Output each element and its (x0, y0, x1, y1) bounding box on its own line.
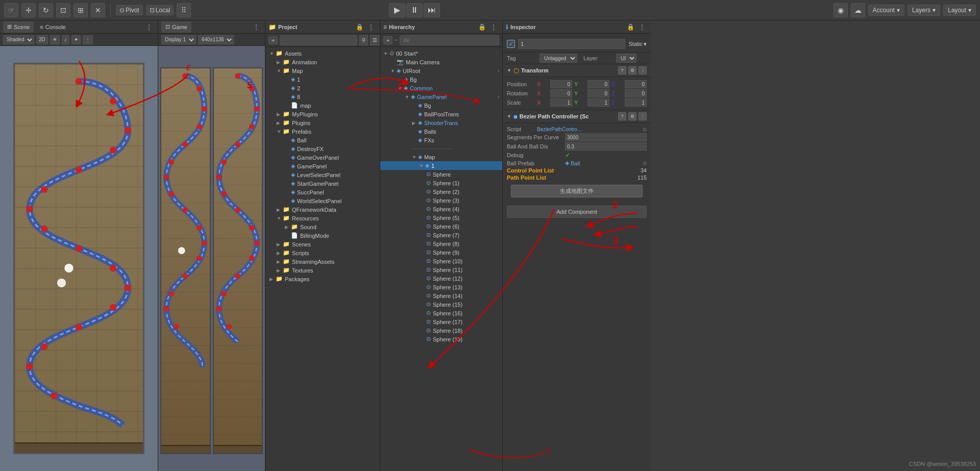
tree-item-resources[interactable]: ▼ 📁 Resources (265, 214, 380, 222)
h-item-sphere1[interactable]: ⊙ Sphere (1) (380, 179, 502, 187)
hierarchy-kebab[interactable]: ⋮ (488, 23, 499, 31)
tree-item-ball[interactable]: ◈ Ball (265, 136, 380, 144)
audio-btn[interactable]: ♪ (62, 35, 69, 44)
project-search-input[interactable] (280, 35, 357, 45)
bezier-component-header[interactable]: ▼ ■ Bezier Path Controller (Sc ? ⚙ ⋮ (503, 110, 651, 123)
tree-item-map2[interactable]: ◈ 2 (265, 84, 380, 92)
lighting-btn[interactable]: ☀ (50, 35, 60, 44)
display-dropdown[interactable]: Display 1 (161, 35, 196, 44)
inspector-kebab[interactable]: ⋮ (636, 23, 648, 31)
bezier-help-btn[interactable]: ? (618, 112, 626, 120)
custom-tool-btn[interactable]: ✕ (91, 3, 105, 17)
bezier-settings-btn[interactable]: ⚙ (628, 112, 636, 120)
h-item-sphere7[interactable]: ⊙ Sphere (7) (380, 231, 502, 239)
bezier-balldis-input[interactable] (565, 142, 647, 151)
project-search-icon-btn[interactable]: ⚲ (359, 35, 368, 45)
transform-settings-btn[interactable]: ⚙ (628, 66, 636, 75)
transform-tool-btn[interactable]: ⊞ (74, 3, 88, 17)
rot-x-input[interactable] (550, 89, 572, 97)
scene-extra-btn[interactable]: ⋮ (83, 35, 93, 44)
hierarchy-search-input[interactable] (400, 35, 499, 45)
resolution-dropdown[interactable]: 640x1136 (198, 35, 234, 44)
game-panel-kebab[interactable]: ⋮ (251, 23, 262, 31)
h-item-sphere2[interactable]: ⊙ Sphere (2) (380, 187, 502, 196)
tree-item-mapfile[interactable]: 📄 map (265, 101, 380, 110)
tree-item-animation[interactable]: ▶ 📁 Animation (265, 58, 380, 66)
bezier-ballprefab-value[interactable]: ◈ Ball (565, 160, 580, 166)
rotate-tool-btn[interactable]: ↻ (39, 3, 53, 17)
h-item-sphere8[interactable]: ⊙ Sphere (8) (380, 239, 502, 248)
project-filter-btn[interactable]: ☰ (370, 35, 380, 45)
h-item-sphere14[interactable]: ⊙ Sphere (14) (380, 291, 502, 300)
tag-select[interactable]: Untagged (540, 54, 577, 63)
h-item-shootertrans[interactable]: ▶ ◈ ShooterTrans (380, 118, 502, 127)
tree-item-gameoverpanel[interactable]: ◈ GameOverPanel (265, 153, 380, 162)
pos-z-input[interactable] (625, 80, 647, 88)
h-item-bg2[interactable]: ◈ Bg (380, 101, 502, 110)
tree-item-myplugins[interactable]: ▶ 📁 MyPlugins (265, 110, 380, 118)
play-btn[interactable]: ▶ (389, 3, 405, 17)
project-add-btn[interactable]: + (268, 36, 278, 44)
grid-btn[interactable]: ⠿ (177, 3, 191, 17)
h-item-sphere[interactable]: ⊙ Sphere (380, 170, 502, 179)
transform-component-header[interactable]: ▼ ⬡ Transform ? ⚙ ⋮ (503, 64, 651, 77)
h-item-sphere13[interactable]: ⊙ Sphere (13) (380, 283, 502, 291)
h-item-sphere19[interactable]: ⊙ Sphere (19) (380, 335, 502, 343)
h-item-sphere9[interactable]: ⊙ Sphere (9) (380, 248, 502, 257)
bezier-kebab-btn[interactable]: ⋮ (639, 112, 647, 120)
tree-item-map1[interactable]: ◈ 1 (265, 75, 380, 84)
tree-item-startgamepanel[interactable]: ◈ StartGamePanel (265, 179, 380, 188)
h-item-sphere5[interactable]: ⊙ Sphere (5) (380, 213, 502, 222)
h-item-1[interactable]: ▼ ◈ 1 (380, 161, 502, 170)
tree-item-plugins[interactable]: ▶ 📁 Plugins (265, 118, 380, 127)
tree-item-worldselectpanel[interactable]: ◈ WorldSelectPanel (265, 196, 380, 205)
rot-z-input[interactable] (625, 89, 647, 97)
h-item-map[interactable]: ▼ ◈ Map (380, 153, 502, 161)
transform-help-btn[interactable]: ? (618, 66, 626, 75)
tree-item-map[interactable]: ▼ 📁 Map (265, 66, 380, 75)
h-item-sphere12[interactable]: ⊙ Sphere (12) (380, 274, 502, 283)
layers-dropdown[interactable]: Layers ▾ (908, 5, 940, 16)
bezier-debug-check[interactable]: ✓ (565, 152, 570, 159)
tree-item-destroyfx[interactable]: ◈ DestroyFX (265, 144, 380, 153)
h-item-sphere4[interactable]: ⊙ Sphere (4) (380, 205, 502, 213)
h-item-sphere11[interactable]: ⊙ Sphere (11) (380, 265, 502, 274)
tree-item-billingmode[interactable]: 📄 BillingMode (265, 231, 380, 240)
tree-item-gamepanel[interactable]: ◈ GamePanel (265, 162, 380, 170)
h-item-bg[interactable]: ◈ Bg (380, 75, 502, 84)
h-item-uiroot[interactable]: ▼ ◈ UIRoot › (380, 66, 502, 75)
h-item-ballpooltrans[interactable]: ◈ BallPoolTrans (380, 110, 502, 118)
layout-dropdown[interactable]: Layout ▾ (943, 5, 976, 16)
fx-btn[interactable]: ✦ (71, 35, 81, 44)
cloud-btn[interactable]: ☁ (851, 3, 865, 17)
gameobject-name-input[interactable] (518, 39, 625, 49)
scale-z-input[interactable] (625, 98, 647, 107)
tree-item-levelselectpanel[interactable]: ◈ LevelSelectPanel (265, 170, 380, 179)
shading-dropdown[interactable]: Shaded (3, 35, 34, 44)
generate-map-btn[interactable]: 生成地图文件 (511, 185, 643, 197)
pos-x-input[interactable] (550, 80, 572, 88)
h-item-scene[interactable]: ▼ ⊙ 00 Start* ⋮ (380, 49, 502, 58)
h-item-sphere15[interactable]: ⊙ Sphere (15) (380, 300, 502, 309)
scale-x-input[interactable] (550, 98, 572, 107)
h-item-sphere3[interactable]: ⊙ Sphere (3) (380, 196, 502, 205)
tree-item-packages[interactable]: ▶ 📁 Packages (265, 275, 380, 283)
project-kebab[interactable]: ⋮ (365, 23, 377, 31)
tree-item-streamingassets[interactable]: ▶ 📁 StreamingAssets (265, 257, 380, 266)
rect-tool-btn[interactable]: ⊡ (56, 3, 70, 17)
h-item-sphere18[interactable]: ⊙ Sphere (18) (380, 326, 502, 335)
tree-item-prefabs[interactable]: ▼ 📁 Prefabs (265, 127, 380, 136)
layer-select[interactable]: UI (616, 54, 636, 63)
bezier-segments-input[interactable] (565, 133, 647, 141)
hierarchy-add-btn[interactable]: + (383, 36, 393, 44)
inspector-lock-icon[interactable]: 🔒 (627, 23, 634, 31)
account-dropdown[interactable]: Account ▾ (868, 5, 904, 16)
pos-y-input[interactable] (587, 80, 609, 88)
h-item-balls[interactable]: ◈ Balls (380, 127, 502, 136)
scene-panel-kebab[interactable]: ⋮ (143, 23, 155, 31)
tree-item-qframeworkdata[interactable]: ▶ 📁 QFrameworkData (265, 205, 380, 214)
h-item-sphere16[interactable]: ⊙ Sphere (16) (380, 309, 502, 317)
tab-game[interactable]: ⊡ Game (161, 21, 191, 33)
collab-btn[interactable]: ◉ (834, 3, 848, 17)
tree-item-sound[interactable]: ▶ 📁 Sound (265, 222, 380, 231)
